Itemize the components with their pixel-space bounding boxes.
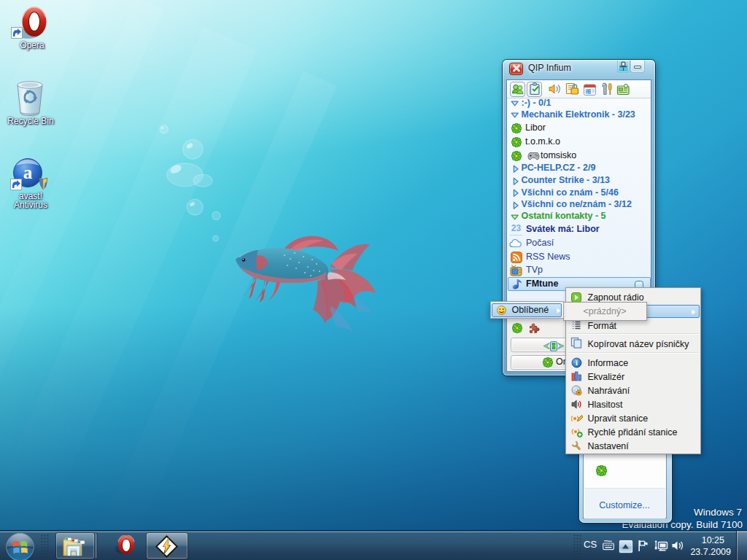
svg-text:i: i <box>576 359 578 367</box>
svg-text:a: a <box>23 163 33 182</box>
